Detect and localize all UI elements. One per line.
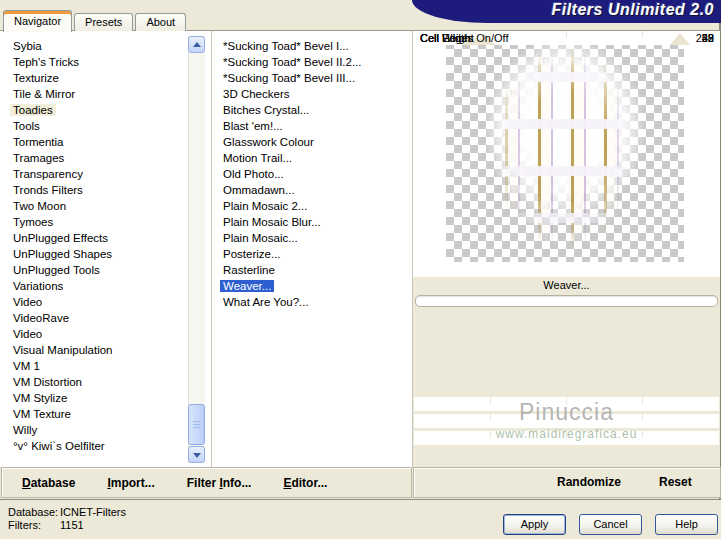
filter-list-item[interactable]: *Sucking Toad* Bevel I... bbox=[212, 38, 412, 54]
category-list-item[interactable]: Visual Manipulation bbox=[0, 342, 211, 358]
category-list-item[interactable]: Variations bbox=[0, 278, 211, 294]
category-list-item[interactable]: Texturize bbox=[0, 70, 211, 86]
category-list-item[interactable]: Transparency bbox=[0, 166, 211, 182]
category-label: Tronds Filters bbox=[10, 184, 86, 196]
dialog-button-label: Help bbox=[675, 518, 698, 530]
filter-list-item[interactable]: Blast 'em!... bbox=[212, 118, 412, 134]
category-list-item[interactable]: Tools bbox=[0, 118, 211, 134]
filter-label: Bitches Crystal... bbox=[220, 104, 312, 116]
category-list-item[interactable]: Sybia bbox=[0, 38, 211, 54]
category-label: UnPlugged Effects bbox=[10, 232, 111, 244]
category-list-item[interactable]: VM Texture bbox=[0, 406, 211, 422]
database-menu-bar: Database Import... Filter Info... Editor… bbox=[1, 467, 412, 498]
category-list-item[interactable]: °v° Kiwi`s Oelfilter bbox=[0, 438, 211, 454]
tab[interactable]: About bbox=[135, 13, 186, 31]
category-list-item[interactable]: VM Stylize bbox=[0, 390, 211, 406]
filter-list-item[interactable]: *Sucking Toad* Bevel II.2... bbox=[212, 54, 412, 70]
filter-list-item[interactable]: Plain Mosaic Blur... bbox=[212, 214, 412, 230]
filters-value: 1151 bbox=[60, 519, 84, 531]
filter-list-item[interactable]: Plain Mosaic 2... bbox=[212, 198, 412, 214]
category-label: Video bbox=[10, 296, 45, 308]
dialog-button[interactable]: Help bbox=[655, 514, 718, 535]
category-list-item[interactable]: Tronds Filters bbox=[0, 182, 211, 198]
category-list-item[interactable]: Willy bbox=[0, 422, 211, 438]
tab-bar: Navigator Presets About bbox=[3, 9, 186, 31]
category-scrollbar[interactable] bbox=[188, 36, 205, 463]
category-list-item[interactable]: Two Moon bbox=[0, 198, 211, 214]
category-label: Two Moon bbox=[10, 200, 69, 212]
param-label: Cell Edges On/Off bbox=[420, 31, 508, 45]
category-label: °v° Kiwi`s Oelfilter bbox=[10, 440, 108, 452]
param-slider-row[interactable]: Cell Edges On/Off 222 bbox=[414, 31, 719, 45]
category-label: Tramages bbox=[10, 152, 67, 164]
filter-label: Glasswork Colour bbox=[220, 136, 317, 148]
filter-list-item[interactable]: Ommadawn... bbox=[212, 182, 412, 198]
filter-list-item[interactable]: What Are You?... bbox=[212, 294, 412, 310]
tab-label: Presets bbox=[85, 16, 122, 28]
dialog-button[interactable]: Cancel bbox=[579, 514, 642, 535]
tab[interactable]: Navigator bbox=[3, 10, 72, 32]
category-list-item[interactable]: UnPlugged Shapes bbox=[0, 246, 211, 262]
menu-item[interactable]: Import... bbox=[107, 476, 154, 490]
tab[interactable]: Presets bbox=[74, 13, 133, 31]
filter-label: Plain Mosaic 2... bbox=[220, 200, 310, 212]
filter-list-item[interactable]: 3D Checkers bbox=[212, 86, 412, 102]
category-list-item[interactable]: VM 1 bbox=[0, 358, 211, 374]
category-list-item[interactable]: Toadies bbox=[0, 102, 211, 118]
scroll-up-button[interactable] bbox=[188, 36, 205, 53]
category-label: Tools bbox=[10, 120, 43, 132]
filter-list-item[interactable]: Bitches Crystal... bbox=[212, 102, 412, 118]
category-list-item[interactable]: UnPlugged Effects bbox=[0, 230, 211, 246]
filter-preview bbox=[413, 31, 720, 277]
filter-label: Old Photo... bbox=[220, 168, 287, 180]
category-list-item[interactable]: VM Distortion bbox=[0, 374, 211, 390]
category-label: Willy bbox=[10, 424, 40, 436]
menu-item[interactable]: Database bbox=[22, 476, 75, 490]
filter-list-item[interactable]: Plain Mosaic... bbox=[212, 230, 412, 246]
param-value: 222 bbox=[696, 31, 714, 45]
category-list-item[interactable]: Tile & Mirror bbox=[0, 86, 211, 102]
filter-label: *Sucking Toad* Bevel III... bbox=[220, 72, 358, 84]
filter-list-item[interactable]: *Sucking Toad* Bevel III... bbox=[212, 70, 412, 86]
category-list-item[interactable]: VideoRave bbox=[0, 310, 211, 326]
database-label: Database: bbox=[8, 506, 60, 519]
filter-list-panel: *Sucking Toad* Bevel I... *Sucking Toad*… bbox=[212, 31, 413, 467]
category-list-item[interactable]: Tormentia bbox=[0, 134, 211, 150]
category-label: Tormentia bbox=[10, 136, 67, 148]
menu-item[interactable]: Filter Info... bbox=[187, 476, 252, 490]
reset-button[interactable]: Reset bbox=[659, 475, 692, 489]
category-label: UnPlugged Shapes bbox=[10, 248, 115, 260]
category-list-item[interactable]: Teph's Tricks bbox=[0, 54, 211, 70]
category-list-item[interactable]: UnPlugged Tools bbox=[0, 262, 211, 278]
filter-label: Weaver... bbox=[220, 280, 274, 292]
filter-list-item[interactable]: Rasterline bbox=[212, 262, 412, 278]
filter-list-item[interactable]: Motion Trail... bbox=[212, 150, 412, 166]
tab-label: About bbox=[146, 16, 175, 28]
category-list-item[interactable]: Video bbox=[0, 294, 211, 310]
action-bar: Randomize Reset bbox=[413, 467, 721, 498]
chevron-up-icon bbox=[193, 42, 201, 47]
status-info: Database:ICNET-Filters Filters:1151 bbox=[8, 506, 126, 532]
category-label: Texturize bbox=[10, 72, 62, 84]
watermark-url: www.maidiregrafica.eu bbox=[413, 427, 720, 441]
filter-label: *Sucking Toad* Bevel II.2... bbox=[220, 56, 365, 68]
category-list-item[interactable]: Video bbox=[0, 326, 211, 342]
filter-label: Rasterline bbox=[220, 264, 278, 276]
dialog-button[interactable]: Apply bbox=[503, 514, 566, 535]
scroll-down-button[interactable] bbox=[188, 446, 205, 463]
filters-label: Filters: bbox=[8, 519, 60, 532]
scrollbar-thumb[interactable] bbox=[188, 404, 205, 445]
randomize-button[interactable]: Randomize bbox=[557, 475, 621, 489]
category-list-item[interactable]: Tramages bbox=[0, 150, 211, 166]
filter-list-item[interactable]: Weaver... bbox=[212, 278, 412, 294]
status-filters-row: Filters:1151 bbox=[8, 519, 126, 532]
category-list-item[interactable]: Tymoes bbox=[0, 214, 211, 230]
database-value: ICNET-Filters bbox=[60, 506, 126, 518]
filter-list-item[interactable]: Posterize... bbox=[212, 246, 412, 262]
filter-list-item[interactable]: Glasswork Colour bbox=[212, 134, 412, 150]
menu-item[interactable]: Editor... bbox=[283, 476, 327, 490]
filters-unlimited-window: Filters Unlimited 2.0 Navigator Presets … bbox=[0, 0, 721, 539]
slider-thumb[interactable] bbox=[670, 33, 690, 45]
title-banner: Filters Unlimited 2.0 bbox=[412, 0, 721, 23]
filter-list-item[interactable]: Old Photo... bbox=[212, 166, 412, 182]
